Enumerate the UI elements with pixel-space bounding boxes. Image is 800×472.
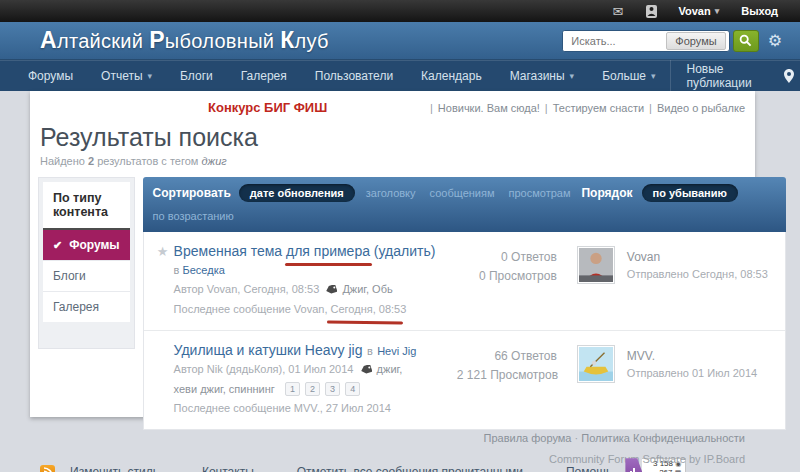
page-head: Результаты поиска Найдено 2 результатов … — [30, 117, 755, 175]
breadcrumb: Конкурс БИГ ФИШ | Новички. Вам сюда! | Т… — [30, 91, 755, 117]
sort-option-views[interactable]: просмотрам — [506, 187, 574, 199]
contest-link[interactable]: Конкурс БИГ ФИШ — [208, 100, 327, 115]
topic-title-link[interactable]: Удилища и катушки Heavy jig — [174, 342, 363, 358]
views-count: 2 121 Просмотров — [457, 366, 557, 385]
mark-read-link[interactable]: Отметить все сообщения прочитанными — [297, 465, 523, 472]
order-option-ascending[interactable]: по возрастанию — [153, 210, 234, 222]
search-submit-button[interactable] — [733, 30, 759, 52]
star-placeholder — [152, 341, 174, 418]
sort-option-title[interactable]: заголовку — [363, 187, 419, 199]
author-meta: Автор Vovan, Сегодня, 08:53 Джиг, Обь — [174, 281, 457, 299]
poster-name-link[interactable]: Vovan — [627, 250, 660, 264]
main-content: Конкурс БИГ ФИШ | Новички. Вам сюда! | Т… — [30, 91, 755, 417]
star-icon[interactable]: ★ — [152, 242, 174, 318]
last-message-meta: Последнее сообщение MVV., 27 Июл 2014 — [174, 400, 457, 417]
results-summary: Найдено 2 результатов с тегом джиг — [40, 155, 745, 167]
location-pin-icon[interactable] — [768, 60, 800, 91]
new-posts-link[interactable]: Новые публикации — [671, 60, 768, 91]
sort-option-active-date[interactable]: дате обновления — [239, 184, 355, 202]
sidebar-item-forums[interactable]: ✔ Форумы — [43, 230, 130, 260]
replies-count: 0 Ответов — [457, 248, 557, 267]
forum-link[interactable]: Hevi Jig — [377, 345, 416, 357]
nav-item-gallery[interactable]: Галерея — [227, 60, 301, 91]
nav-item-more[interactable]: Больше▾ — [588, 60, 669, 91]
result-row-1: ★ Временная тема для примера (удалить) в… — [144, 232, 785, 330]
red-underline-annotation — [285, 263, 372, 266]
sort-option-posts[interactable]: сообщениям — [427, 187, 498, 199]
software-credit: Community Forum Software by IP.Board — [484, 453, 746, 465]
nav-item-shops[interactable]: Магазины▾ — [496, 60, 588, 91]
nav-item-forums[interactable]: Форумы — [14, 60, 87, 91]
nav-item-reports[interactable]: Отчеты▾ — [87, 60, 166, 91]
search-results-panel: Сортировать дате обновления заголовку со… — [143, 177, 786, 430]
mini-page-3[interactable]: 3 — [325, 382, 340, 396]
results-count: 2 — [88, 155, 94, 167]
mini-page-2[interactable]: 2 — [305, 382, 320, 396]
title-rest-2: ыболовный — [165, 30, 274, 52]
sort-bar: Сортировать дате обновления заголовку со… — [143, 177, 786, 232]
topic-tags-link[interactable]: джиг, — [377, 363, 403, 375]
sidebar-item-blogs[interactable]: Блоги — [43, 260, 130, 291]
nav-item-users[interactable]: Пользователи — [301, 60, 407, 91]
forum-link[interactable]: Беседка — [183, 264, 225, 276]
forum-rules-link[interactable]: Правила форума — [484, 432, 572, 444]
search-zone: Форумы ⚙ — [562, 30, 782, 52]
sort-label: Сортировать — [153, 186, 231, 200]
search-tag: джиг — [201, 155, 226, 167]
poster-name-link[interactable]: MVV. — [627, 349, 655, 363]
author-meta: Автор Nik (дядьКоля), 01 Июл 2014 джиг, — [174, 361, 457, 379]
avatar[interactable] — [577, 345, 615, 383]
link-newbies[interactable]: Новички. Вам сюда! — [438, 102, 540, 114]
primary-nav: Форумы Отчеты▾ Блоги Галерея Пользовател… — [0, 60, 800, 91]
search-scope-button[interactable]: Форумы — [666, 32, 725, 50]
chevron-down-icon: ▾ — [651, 71, 656, 81]
tag-icon — [361, 362, 372, 379]
search-box: Форумы — [562, 30, 729, 52]
link-tackle-tests[interactable]: Тестируем снасти — [553, 102, 644, 114]
search-settings-gear-icon[interactable]: ⚙ — [768, 33, 782, 49]
nav-right-group: Новые публикации — [670, 60, 800, 91]
topic-tags-link[interactable]: хеви джиг, спиннинг — [174, 383, 275, 395]
nav-item-calendar[interactable]: Календарь — [407, 60, 496, 91]
last-poster-info: Vovan Отправлено Сегодня, 08:53 — [627, 242, 777, 318]
separator: | — [649, 102, 652, 114]
title-initial-2: Р — [149, 27, 165, 53]
user-menu[interactable]: Vovan ▾ — [679, 5, 720, 17]
content-type-sidebar: По типу контента ✔ Форумы Блоги Галерея — [38, 177, 135, 349]
last-message-meta: Последнее сообщение Vovan, Сегодня, 08:5… — [174, 301, 457, 318]
messages-icon[interactable]: ✉ — [613, 5, 624, 18]
change-style-link[interactable]: Изменить стиль — [70, 465, 159, 472]
contacts-link[interactable]: Контакты — [202, 465, 254, 472]
order-option-descending[interactable]: по убыванию — [642, 184, 738, 202]
topic-tags-link[interactable]: Джиг, Обь — [342, 283, 392, 295]
privacy-policy-link[interactable]: Политика Конфиденциальности — [581, 432, 745, 444]
separator: | — [545, 102, 548, 114]
nav-item-blogs[interactable]: Блоги — [166, 60, 227, 91]
separator: | — [430, 102, 433, 114]
help-link[interactable]: Помощь — [566, 465, 612, 472]
in-label: в — [367, 345, 373, 357]
logout-link[interactable]: Выход — [741, 5, 778, 17]
header-quick-links: | Новички. Вам сюда! | Тестируем снасти … — [430, 102, 745, 114]
sidebar-item-gallery[interactable]: Галерея — [43, 291, 130, 322]
notifications-icon[interactable] — [646, 5, 657, 18]
topic-stats: 66 Ответов 2 121 Просмотров — [457, 341, 557, 418]
chevron-down-icon: ▾ — [148, 71, 153, 81]
mini-page-1[interactable]: 1 — [285, 382, 300, 396]
mini-page-4[interactable]: 4 — [345, 382, 360, 396]
page-title: Результаты поиска — [40, 123, 745, 152]
title-rest-3: луб — [295, 30, 329, 52]
rss-icon[interactable] — [40, 465, 55, 472]
last-poster-info: MVV. Отправлено 01 Июл 2014 — [627, 341, 777, 418]
search-icon — [739, 34, 752, 47]
result-row-2: Удилища и катушки Heavy jig в Hevi Jig А… — [144, 330, 785, 430]
site-logo-title[interactable]: Алтайский Рыболовный Клуб — [40, 27, 329, 54]
link-fishing-video[interactable]: Видео о рыбалке — [657, 102, 745, 114]
avatar[interactable] — [577, 246, 615, 284]
topic-title-link[interactable]: Временная тема для примера (удалить) — [174, 243, 436, 259]
check-icon: ✔ — [53, 240, 62, 251]
search-input[interactable] — [563, 31, 663, 51]
tags-pagination-line: хеви джиг, спиннинг 1 2 3 4 — [174, 381, 457, 398]
order-label: Порядок — [581, 186, 632, 200]
tag-icon — [326, 282, 337, 299]
